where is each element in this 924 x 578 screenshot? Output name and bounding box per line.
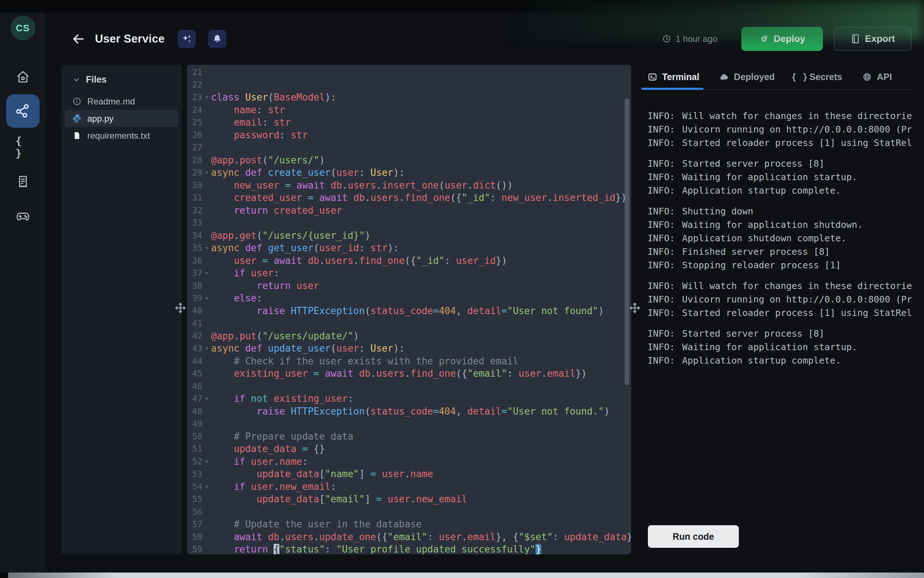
code-line[interactable]: 52 if user.name:	[187, 455, 631, 468]
code-line[interactable]: 50 # Prepare update data	[187, 430, 631, 443]
code-line[interactable]: 58 await db.users.update_one({"email": u…	[187, 531, 631, 544]
code-line[interactable]: 22	[187, 79, 631, 91]
terminal-line: INFO: Started server process [8]	[647, 157, 915, 170]
file-item-requirements.txt[interactable]: requirements.txt	[65, 127, 178, 144]
code-line[interactable]: 29 async def create_user(user: User):	[187, 166, 631, 179]
code-line[interactable]: 46	[187, 380, 631, 393]
code-text: new_user = await db.users.insert_one(use…	[211, 180, 513, 191]
terminal-line: INFO: Shutting down	[647, 205, 915, 218]
log-level: INFO:	[647, 281, 682, 291]
code-text: @app.get("/users/{user_id}")	[211, 230, 371, 241]
fold-chevron-icon[interactable]	[202, 270, 211, 276]
last-saved-status[interactable]: 1 hour ago	[662, 34, 717, 44]
pane-resize-handle-right[interactable]	[628, 301, 641, 315]
code-line[interactable]: 53 update_data["name"] = user.name	[187, 468, 631, 481]
code-line[interactable]: 43 async def update_user(user: User):	[187, 342, 631, 355]
line-number: 46	[187, 382, 202, 391]
code-text: class User(BaseModel):	[211, 92, 336, 103]
fold-chevron-icon[interactable]	[202, 458, 211, 465]
code-line[interactable]: 51 update_data = {}	[187, 443, 631, 455]
tab-label: Deployed	[734, 72, 775, 82]
code-line[interactable]: 47 if not existing_user:	[187, 392, 631, 405]
fold-chevron-icon[interactable]	[202, 345, 211, 352]
code-line[interactable]: 41	[187, 317, 631, 330]
terminal-line: INFO: Uvicorn running on http://0.0.0.0:…	[647, 123, 915, 136]
editor-scrollbar[interactable]	[625, 98, 629, 385]
code-line[interactable]: 57 # Update the user in the database	[187, 518, 631, 531]
files-section-header[interactable]: Files	[61, 65, 182, 85]
code-line[interactable]: 30 new_user = await db.users.insert_one(…	[187, 179, 631, 192]
code-line[interactable]: 48 raise HTTPException(status_code=404, …	[187, 405, 631, 418]
code-line[interactable]: 40 raise HTTPException(status_code=404, …	[187, 305, 631, 317]
terminal-line: INFO: Stopping reloader process [1]	[647, 258, 915, 272]
code-line[interactable]: 56	[187, 506, 631, 518]
code-line[interactable]: 34 @app.get("/users/{user_id}")	[187, 229, 631, 242]
log-level: INFO:	[647, 158, 682, 169]
code-text: raise HTTPException(status_code=404, det…	[211, 305, 604, 316]
fold-chevron-icon[interactable]	[202, 483, 211, 490]
code-line[interactable]: 55 update_data["email"] = user.new_email	[187, 493, 631, 506]
code-line[interactable]: 23 class User(BaseModel):	[187, 91, 631, 104]
code-line[interactable]: 35 async def get_user(user_id: str):	[187, 242, 631, 255]
tab-secrets[interactable]: { } Secrets	[795, 65, 842, 89]
line-number: 48	[187, 407, 202, 416]
terminal-line: INFO: Application shutdown complete.	[647, 232, 915, 245]
file-item-app.py[interactable]: app.py	[65, 110, 178, 127]
terminal-icon	[647, 72, 657, 82]
code-editor[interactable]: 21 22 23 class User(BaseModel): 24 name:…	[187, 65, 631, 554]
fold-chevron-icon[interactable]	[202, 245, 211, 251]
code-line[interactable]: 21	[187, 66, 631, 79]
fold-chevron-icon[interactable]	[202, 94, 211, 101]
log-level: INFO:	[647, 294, 682, 305]
code-line[interactable]: 45 existing_user = await db.users.find_o…	[187, 367, 631, 380]
run-code-button[interactable]: Run code	[648, 525, 739, 548]
code-line[interactable]: 42 @app.put("/users/update/")	[187, 330, 631, 343]
deploy-button[interactable]: Deploy	[741, 27, 823, 51]
code-text: return user	[211, 280, 319, 291]
tab-deployed[interactable]: Deployed	[719, 65, 775, 89]
terminal-output[interactable]: INFO: Will watch for changes in these di…	[647, 109, 915, 521]
code-line[interactable]: 27	[187, 141, 631, 154]
line-number: 21	[187, 67, 202, 77]
code-line[interactable]: 38 return user	[187, 279, 631, 292]
tab-api[interactable]: API	[862, 65, 892, 89]
fold-chevron-icon[interactable]	[202, 395, 211, 402]
tab-terminal[interactable]: Terminal	[647, 65, 699, 89]
fold-chevron-icon[interactable]	[202, 169, 211, 176]
code-line[interactable]: 49	[187, 417, 631, 430]
sidebar-item-code[interactable]: { }	[16, 140, 30, 154]
code-line[interactable]: 44 # Check if the user exists with the p…	[187, 355, 631, 368]
code-line[interactable]: 33	[187, 217, 631, 229]
line-number: 30	[187, 180, 202, 190]
code-line[interactable]: 59 return {"status": "User profile updat…	[187, 543, 631, 554]
file-name: Readme.md	[87, 96, 135, 107]
fold-chevron-icon[interactable]	[202, 295, 211, 301]
tab-label: Secrets	[809, 72, 842, 82]
code-line[interactable]: 26 password: str	[187, 129, 631, 141]
code-line[interactable]: 28 @app.post("/users/")	[187, 154, 631, 167]
notifications-button[interactable]	[208, 30, 226, 48]
code-text: async def update_user(user: User):	[211, 343, 405, 354]
file-item-Readme.md[interactable]: Readme.md	[65, 93, 178, 110]
code-text: if user.new_email:	[211, 481, 336, 492]
terminal-line: INFO: Finished server process [8]	[647, 245, 915, 258]
export-button[interactable]: Export	[834, 27, 912, 51]
sidebar-item-home[interactable]	[16, 70, 30, 84]
back-button[interactable]	[71, 32, 86, 46]
code-line[interactable]: 39 else:	[187, 292, 631, 305]
code-line[interactable]: 54 if user.new_email:	[187, 481, 631, 493]
code-line[interactable]: 37 if user:	[187, 267, 631, 279]
code-line[interactable]: 36 user = await db.users.find_one({"_id"…	[187, 255, 631, 267]
code-text: created_user = await db.users.find_one({…	[211, 192, 627, 203]
sidebar-item-workflows[interactable]	[6, 94, 40, 128]
pane-resize-handle-left[interactable]	[174, 301, 187, 315]
sidebar-item-games[interactable]	[16, 209, 30, 224]
code-line[interactable]: 32 return created_user	[187, 204, 631, 217]
assistant-button[interactable]	[178, 30, 196, 48]
code-line[interactable]: 24 name: str	[187, 104, 631, 117]
log-message: Will watch for changes in these director…	[682, 110, 912, 121]
avatar[interactable]: CS	[11, 16, 35, 41]
code-line[interactable]: 25 email: str	[187, 116, 631, 129]
code-line[interactable]: 31 created_user = await db.users.find_on…	[187, 192, 631, 204]
sidebar-item-logs[interactable]	[16, 174, 30, 189]
